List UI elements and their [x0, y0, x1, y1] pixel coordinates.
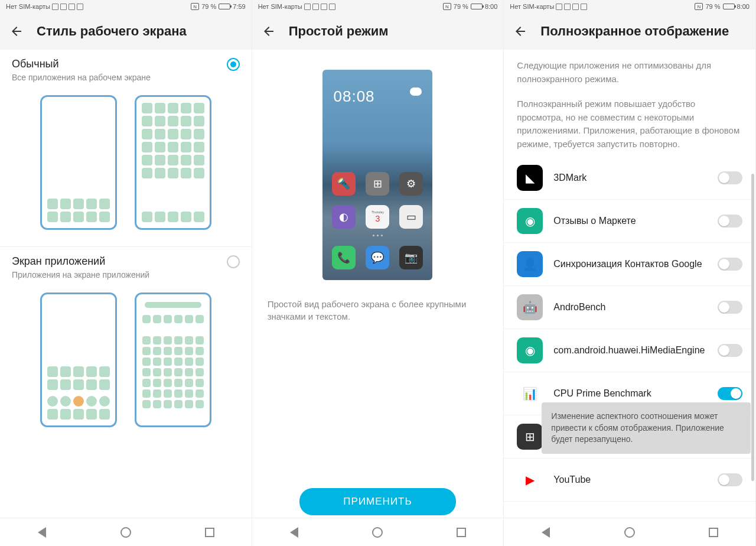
calculator-icon: ⊞	[366, 172, 389, 196]
nav-bar	[252, 518, 504, 546]
sim-icon	[52, 4, 58, 10]
messages-icon: 💬	[366, 246, 389, 269]
option-preview	[12, 280, 240, 437]
option-preview	[12, 82, 240, 239]
nfc-icon: N	[443, 3, 451, 10]
app-icon: ▶	[517, 467, 543, 493]
page-title: Полноэкранное отображение	[540, 24, 729, 39]
header: Простой режим	[252, 13, 504, 50]
app-row[interactable]: 👤Синхронизация Контактов Google	[504, 243, 755, 286]
flashlight-icon: 🔦	[332, 172, 356, 196]
preview-time: 08:08	[333, 87, 374, 106]
option-subtitle: Все приложения на рабочем экране	[12, 73, 151, 82]
calendar-icon: Thursday 3	[366, 205, 389, 229]
back-button[interactable]	[513, 24, 527, 38]
app-row[interactable]: ◣3DMark	[504, 157, 755, 200]
clock: 8:00	[485, 3, 497, 10]
preview-wrap: 08:08 🔦 ⊞ ⚙ ◐ Thursday 3 ▭	[252, 50, 504, 292]
battery-icon	[471, 4, 483, 9]
app-name: Отзывы о Маркете	[553, 216, 707, 226]
nav-recent[interactable]	[203, 526, 216, 539]
app-icon: 📊	[517, 381, 543, 407]
back-button[interactable]	[9, 24, 24, 38]
app-name: CPU Prime Benchmark	[553, 388, 707, 399]
nav-back[interactable]	[288, 526, 301, 539]
data-icon	[312, 4, 319, 10]
status-bar: Нет SIM-карты N 79 % 7:59	[0, 0, 252, 13]
description: Простой вид рабочего экрана с более круп…	[252, 292, 504, 329]
camera-icon: 📷	[399, 246, 423, 269]
radio-button[interactable]	[227, 255, 240, 268]
settings-icon: ⚙	[399, 172, 423, 196]
nav-home[interactable]	[623, 526, 636, 539]
nav-bar	[504, 518, 755, 546]
nav-home[interactable]	[371, 526, 384, 539]
data-icon	[60, 4, 67, 10]
toggle-switch[interactable]	[718, 387, 742, 400]
mock-phone-icon	[40, 292, 117, 427]
app-name: com.android.huawei.HiMediaEngine	[553, 345, 707, 356]
app-icon: ⊞	[517, 424, 543, 450]
option-title: Экран приложений	[12, 255, 149, 268]
weather-icon	[410, 87, 422, 96]
nav-recent[interactable]	[707, 526, 720, 539]
sim-icon	[304, 4, 311, 10]
header: Полноэкранное отображение	[504, 13, 755, 50]
content: 08:08 🔦 ⊞ ⚙ ◐ Thursday 3 ▭	[252, 50, 504, 518]
nav-bar	[0, 518, 252, 546]
toggle-switch[interactable]	[718, 344, 742, 357]
battery-icon	[723, 4, 735, 9]
mock-phone-icon	[40, 95, 117, 230]
clock: 8:00	[737, 3, 750, 10]
option-standard[interactable]: Обычный Все приложения на рабочем экране	[0, 50, 252, 247]
nav-recent[interactable]	[455, 526, 468, 539]
option-subtitle: Приложения на экране приложений	[12, 270, 149, 280]
app-icon: 🤖	[517, 294, 543, 320]
toggle-switch[interactable]	[718, 301, 742, 314]
screen-simple-mode: Нет SIM-карты N 79 % 8:00 Простой режим …	[252, 0, 504, 546]
scrollbar[interactable]	[751, 174, 754, 481]
toast: Изменение аспектного соотношения может п…	[542, 402, 751, 454]
battery-pct: 79 %	[705, 3, 720, 10]
more-icon	[581, 4, 587, 10]
preview-phone-icon: 08:08 🔦 ⊞ ⚙ ◐ Thursday 3 ▭	[322, 70, 432, 280]
data-icon	[564, 4, 571, 10]
back-button[interactable]	[262, 24, 276, 38]
toggle-switch[interactable]	[718, 214, 742, 228]
nav-home[interactable]	[119, 526, 132, 539]
app-row[interactable]: 🤖AndroBench	[504, 286, 755, 329]
app-row[interactable]: ▶YouTube	[504, 459, 755, 502]
app-icon: 👤	[517, 251, 543, 277]
toggle-switch[interactable]	[718, 473, 742, 486]
mock-phone-icon	[135, 292, 211, 427]
sim-status: Нет SIM-карты	[258, 3, 302, 10]
apply-button[interactable]: ПРИМЕНИТЬ	[299, 488, 455, 515]
header: Стиль рабочего экрана	[0, 13, 252, 50]
nav-back[interactable]	[35, 526, 48, 539]
toggle-switch[interactable]	[718, 171, 742, 184]
app-name: YouTube	[553, 474, 707, 485]
app-name: Синхронизация Контактов Google	[553, 259, 707, 269]
app-row[interactable]: ◉Отзывы о Маркете	[504, 200, 755, 243]
page-title: Стиль рабочего экрана	[37, 24, 187, 39]
status-bar: Нет SIM-карты N 79 % 8:00	[252, 0, 504, 13]
sim-icon	[556, 4, 562, 10]
files-icon: ▭	[399, 205, 423, 229]
nav-back[interactable]	[539, 526, 552, 539]
app-row[interactable]: ◉com.android.huawei.HiMediaEngine	[504, 329, 755, 372]
clock: 7:59	[233, 3, 245, 10]
sim-status: Нет SIM-карты	[6, 3, 50, 10]
more-icon	[329, 4, 335, 10]
nfc-icon: N	[695, 3, 703, 10]
app-icon: ◉	[517, 337, 543, 363]
sim-status: Нет SIM-карты	[510, 3, 554, 10]
battery-pct: 79 %	[201, 3, 216, 10]
radio-button[interactable]	[227, 58, 240, 71]
app-icon: ◣	[517, 165, 543, 191]
more-icon	[77, 4, 83, 10]
screen-home-style: Нет SIM-карты N 79 % 7:59 Стиль рабочего…	[0, 0, 252, 546]
option-drawer[interactable]: Экран приложений Приложения на экране пр…	[0, 247, 252, 444]
toggle-switch[interactable]	[718, 258, 742, 271]
app-icon: ◉	[517, 208, 543, 234]
phone-icon: 📞	[332, 246, 356, 269]
